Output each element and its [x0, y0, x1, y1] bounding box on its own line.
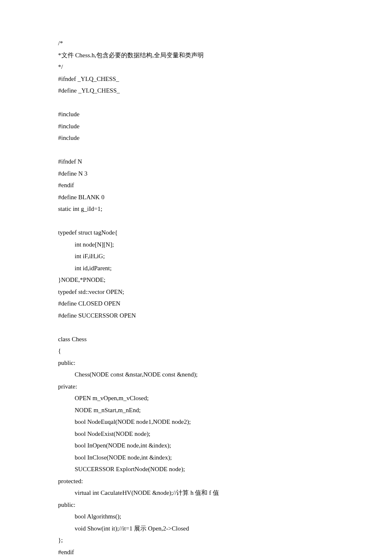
code-line: #ifndef N	[58, 156, 290, 168]
code-line: bool NodeExist(NODE node);	[58, 428, 290, 440]
code-line: OPEN m_vOpen,m_vClosed;	[58, 392, 290, 404]
code-line: #include	[58, 108, 290, 120]
document-page: /**文件 Chess.h,包含必要的数据结构,全局变量和类声明*/#ifnde…	[0, 0, 290, 555]
code-line: typedef struct tagNode{	[58, 227, 290, 239]
code-line: }NODE,*PNODE;	[58, 274, 290, 286]
code-line: protected:	[58, 475, 290, 487]
code-line: #define _YLQ_CHESS_	[58, 85, 290, 97]
code-line: #ifndef _YLQ_CHESS_	[58, 73, 290, 85]
code-block: /**文件 Chess.h,包含必要的数据结构,全局变量和类声明*/#ifnde…	[58, 37, 290, 555]
code-line: SUCCERSSOR ExplortNode(NODE node);	[58, 463, 290, 475]
code-line: };	[58, 534, 290, 546]
code-line: int node[N][N];	[58, 239, 290, 251]
code-line: #include	[58, 120, 290, 132]
code-line: #include	[58, 132, 290, 144]
code-line: virtual int CaculateHV(NODE &node);//计算 …	[58, 487, 290, 499]
code-line: bool NodeEuqal(NODE node1,NODE node2);	[58, 416, 290, 428]
code-line: private:	[58, 381, 290, 393]
code-line: Chess(NODE const &nstar,NODE const &nend…	[58, 369, 290, 381]
code-line: bool InClose(NODE node,int &index);	[58, 452, 290, 464]
code-line: */	[58, 61, 290, 73]
code-line: typedef std::vector OPEN;	[58, 286, 290, 298]
code-line: static int g_iId=1;	[58, 203, 290, 215]
code-line: public:	[58, 357, 290, 369]
code-line: int id,idParent;	[58, 262, 290, 274]
blank-line	[58, 321, 290, 333]
code-line: #define SUCCERSSOR OPEN	[58, 310, 290, 322]
code-line: #endif	[58, 179, 290, 191]
code-line: *文件 Chess.h,包含必要的数据结构,全局变量和类声明	[58, 49, 290, 61]
blank-line	[58, 97, 290, 109]
code-line: #define N 3	[58, 168, 290, 180]
code-line: #define BLANK 0	[58, 191, 290, 203]
code-line: /*	[58, 37, 290, 49]
blank-line	[58, 144, 290, 156]
code-line: NODE m_nStart,m_nEnd;	[58, 404, 290, 416]
code-line: #define CLOSED OPEN	[58, 298, 290, 310]
code-line: void Show(int it);//it=1 展示 Open,2->Clos…	[58, 523, 290, 535]
code-line: class Chess	[58, 333, 290, 345]
code-line: bool InOpen(NODE node,int &index);	[58, 440, 290, 452]
blank-line	[58, 215, 290, 227]
code-line: int iF,iH,iG;	[58, 250, 290, 262]
code-line: bool Algorithms();	[58, 511, 290, 523]
code-line: #endif	[58, 546, 290, 555]
code-line: {	[58, 345, 290, 357]
code-line: public:	[58, 499, 290, 511]
